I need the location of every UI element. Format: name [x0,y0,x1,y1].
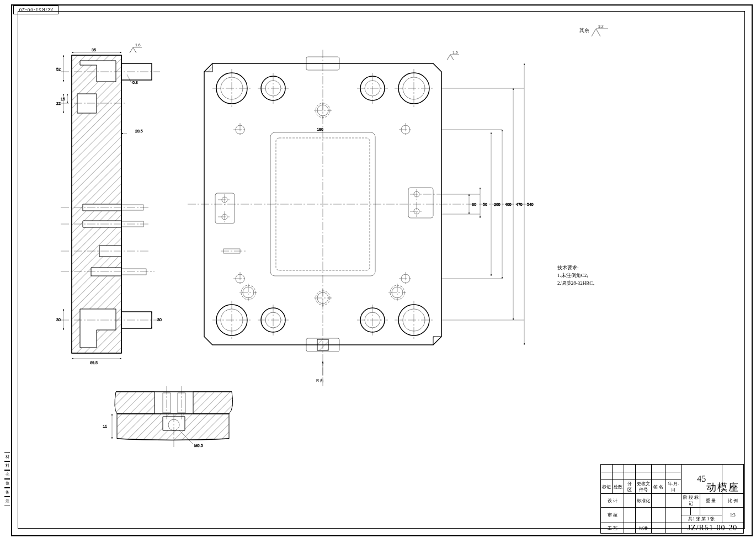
part-number-corner: JZ/R51-00-20 [13,6,58,14]
svg-text:3.2: 3.2 [598,24,604,28]
svg-text:470: 470 [516,203,523,206]
svg-text:400: 400 [505,203,512,206]
part-name: 动模座 [703,481,743,494]
svg-text:52: 52 [56,67,61,71]
svg-text:0.3: 0.3 [132,81,138,84]
svg-text:11: 11 [103,424,107,428]
svg-text:30: 30 [157,318,162,322]
side-section-view: 35 52 22 15 28.5 0.3 30 30 89.5 1.6 [44,50,166,364]
title-block: 45 标记处数分 区 更改文件号签 名年.月.日 设 计 标准化 阶 段 标 记… [600,464,744,528]
svg-line-34 [433,63,441,72]
svg-line-35 [204,337,212,345]
svg-text:540: 540 [527,203,534,206]
svg-text:1.6: 1.6 [135,43,141,47]
front-view: 30 50 260 400 470 540 180 1.6 R 向 [193,47,535,389]
svg-text:30: 30 [56,318,61,322]
detail-section-view: 11 M6.5 [110,386,237,452]
svg-text:89.5: 89.5 [90,361,98,365]
binding-tabs: 材料仓 位备注 [4,452,10,505]
svg-text:R 向: R 向 [316,379,324,382]
svg-text:30: 30 [472,203,476,206]
svg-text:28.5: 28.5 [135,129,143,133]
svg-rect-101 [215,193,235,223]
svg-line-23 [127,74,131,83]
svg-text:1.6: 1.6 [452,50,458,54]
svg-rect-108 [408,188,433,218]
svg-rect-3 [121,269,146,275]
tech-requirements: 技术要求: 1.未注倒角C2; 2.调质28-32HRC。 [557,264,598,287]
svg-text:260: 260 [494,203,501,206]
svg-text:15: 15 [61,97,65,101]
general-roughness: 其余 3.2 [579,26,589,34]
svg-text:22: 22 [56,102,61,105]
svg-text:50: 50 [483,203,487,206]
svg-text:M6.5: M6.5 [194,444,203,448]
svg-text:35: 35 [92,48,96,52]
svg-rect-118 [317,339,328,350]
svg-text:180: 180 [317,127,323,131]
